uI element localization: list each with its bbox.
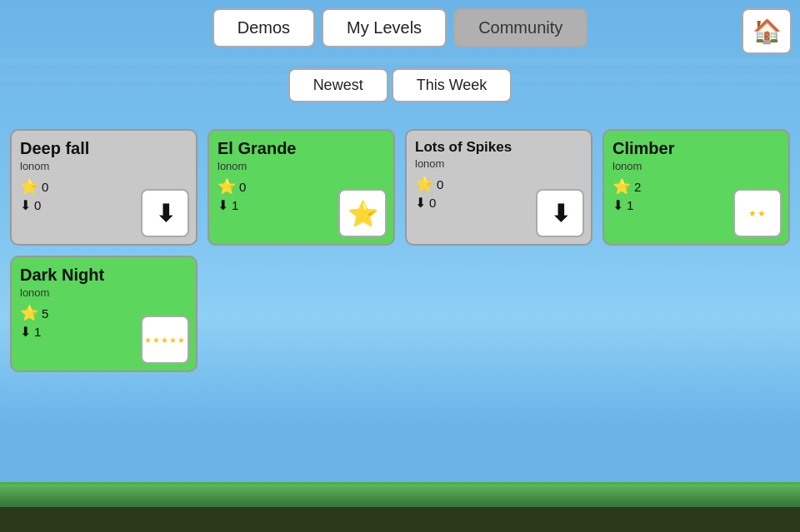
- card-author: lonom: [612, 160, 780, 172]
- card-title: El Grande: [218, 139, 385, 158]
- star-icon: ⭐: [20, 304, 38, 322]
- card-dark-night[interactable]: Dark Night lonom ⭐ 5 ⬇ 1 ★★★★★: [10, 256, 198, 372]
- download-count: 0: [429, 196, 436, 210]
- star-button[interactable]: ⭐: [338, 189, 387, 237]
- star-count: 0: [239, 180, 246, 194]
- home-icon: 🏠: [752, 17, 782, 45]
- card-author: lonom: [415, 157, 582, 170]
- star-count: 5: [42, 306, 48, 321]
- ground-dark: [0, 507, 800, 532]
- star-icon: ⭐: [612, 177, 631, 196]
- sub-nav: Newest This Week: [0, 68, 800, 102]
- mini-stars-button[interactable]: ★★★★★: [141, 316, 189, 364]
- top-nav: Demos My Levels Community: [0, 8, 800, 47]
- mylevels-button[interactable]: My Levels: [322, 8, 447, 47]
- card-title: Climber: [612, 139, 780, 158]
- star-count: 0: [42, 180, 48, 194]
- card-title: Deep fall: [20, 139, 188, 158]
- card-lots-of-spikes[interactable]: Lots of Spikes lonom ⭐ 0 ⬇ 0 ⬇: [405, 129, 592, 246]
- demos-button[interactable]: Demos: [212, 8, 315, 47]
- download-count: 1: [232, 198, 238, 212]
- star-count: 2: [634, 180, 641, 194]
- star-icon: ⭐: [218, 177, 236, 196]
- download-count: 1: [34, 325, 41, 339]
- card-title: Dark Night: [20, 266, 188, 285]
- card-climber[interactable]: Climber lonom ⭐ 2 ⬇ 1 ★★: [602, 129, 790, 246]
- download-icon: ⬇: [415, 195, 426, 211]
- download-count: 0: [34, 198, 41, 212]
- card-author: lonom: [20, 160, 188, 172]
- download-action-icon: ⬇: [551, 200, 570, 227]
- download-icon: ⬇: [612, 197, 623, 213]
- cards-container: Deep fall lonom ⭐ 0 ⬇ 0 ⬇ El Grande lono…: [10, 129, 790, 372]
- newest-button[interactable]: Newest: [288, 68, 388, 102]
- star-icon: ⭐: [20, 177, 38, 196]
- mini-stars-icon: ★★★★★: [144, 336, 186, 345]
- download-button[interactable]: ⬇: [141, 189, 189, 237]
- card-author: lonom: [218, 160, 385, 172]
- download-action-icon: ⬇: [156, 200, 175, 227]
- card-deep-fall[interactable]: Deep fall lonom ⭐ 0 ⬇ 0 ⬇: [10, 129, 198, 246]
- community-button[interactable]: Community: [453, 8, 588, 47]
- mini-stars-icon: ★★: [748, 208, 767, 219]
- mini-stars-button[interactable]: ★★: [733, 189, 782, 237]
- card-title: Lots of Spikes: [415, 139, 582, 156]
- download-icon: ⬇: [20, 197, 31, 213]
- star-icon: ⭐: [415, 175, 433, 193]
- download-icon: ⬇: [20, 324, 31, 340]
- card-author: lonom: [20, 286, 188, 299]
- thisweek-button[interactable]: This Week: [392, 68, 512, 102]
- star-action-icon: ⭐: [348, 199, 378, 228]
- download-count: 1: [627, 198, 633, 212]
- download-button[interactable]: ⬇: [536, 189, 584, 237]
- home-button[interactable]: 🏠: [742, 8, 792, 54]
- download-icon: ⬇: [218, 197, 228, 213]
- card-el-grande[interactable]: El Grande lonom ⭐ 0 ⬇ 1 ⭐: [208, 129, 395, 246]
- star-count: 0: [437, 177, 443, 191]
